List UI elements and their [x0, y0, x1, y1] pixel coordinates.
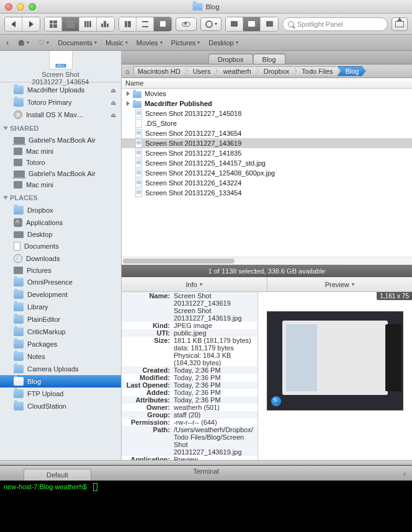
eject-icon[interactable]: ⏏	[110, 99, 116, 106]
sidebar-item[interactable]: Dropbox	[0, 204, 121, 216]
icon-view-button[interactable]	[45, 17, 62, 31]
window-title: Blog	[205, 3, 219, 11]
sidebar-item[interactable]: Applications	[0, 216, 121, 229]
file-row[interactable]: Screen Shot 20131224_125408_600px.jpg	[122, 168, 412, 178]
sidebar-item[interactable]: Macdrifter Uploads⏏	[0, 84, 121, 96]
info-row: Last Opened:Today, 2:36 PM	[122, 381, 258, 389]
panel-1-button[interactable]	[226, 17, 243, 31]
sidebar-item[interactable]: Gabriel's MacBook Air	[0, 135, 121, 146]
fav-movies[interactable]: Movies▾	[137, 39, 163, 47]
folder-icon	[14, 86, 24, 94]
sidebar-item[interactable]: Pictures	[0, 265, 121, 276]
file-row[interactable]: Screen Shot 20131226_143224	[122, 178, 412, 188]
forward-button[interactable]	[22, 17, 40, 31]
share-button[interactable]	[392, 17, 408, 31]
sidebar-item[interactable]: FTP Upload	[0, 388, 121, 400]
tab[interactable]: Dropbox	[208, 54, 253, 64]
info-pane-header[interactable]: Info▾	[122, 277, 267, 291]
sidebar-item[interactable]: OmniPresence	[0, 276, 121, 288]
tab[interactable]: Blog	[253, 54, 285, 64]
breadcrumb[interactable]: Todo Files	[293, 66, 339, 76]
resize-handle[interactable]	[0, 460, 412, 465]
sidebar-item[interactable]: CriticMarkup	[0, 326, 121, 338]
coverflow-view-button[interactable]	[97, 17, 114, 31]
sidebar-item[interactable]: Blog	[0, 375, 121, 388]
breadcrumb[interactable]: Blog	[337, 66, 365, 76]
action-button[interactable]: ▾	[200, 17, 222, 31]
info-row: UTI:public.jpeg	[122, 329, 258, 337]
search-field[interactable]: Spotlight Panel	[282, 17, 388, 31]
sidebar-item[interactable]: Mac mini	[0, 179, 121, 190]
fav-music[interactable]: Music▾	[105, 39, 128, 47]
file-name: Screen Shot 20131224_125408_600px.jpg	[145, 169, 275, 177]
sidebar-item[interactable]: Mac mini	[0, 146, 121, 157]
fav-back[interactable]: ‹	[6, 38, 9, 47]
folder-icon	[14, 389, 24, 398]
disclosure-icon[interactable]	[127, 101, 130, 106]
places-header[interactable]: PLACES	[0, 192, 121, 203]
file-row[interactable]: Screen Shot 20131225_144157_std.jpg	[122, 158, 412, 168]
column-view-button[interactable]	[79, 17, 97, 31]
breadcrumb[interactable]: Users	[185, 66, 218, 76]
fav-home[interactable]: ▾	[17, 40, 29, 46]
sidebar-item[interactable]: CloudStation	[0, 400, 121, 412]
file-row[interactable]: Screen Shot 20131226_133454	[122, 188, 412, 198]
quicklook-icon[interactable]: 🔍	[271, 396, 281, 406]
sidebar-item[interactable]: Downloads	[0, 252, 121, 265]
preview-thumbnail[interactable]: 🔍	[267, 311, 403, 410]
sidebar-item[interactable]: Totoro Primary⏏	[0, 96, 121, 109]
arrange-3-button[interactable]	[154, 17, 171, 31]
preview-pane-header[interactable]: Preview▾	[267, 277, 413, 291]
content-area: DropboxBlog ⌂ Macintosh HDUsersweatherhD…	[122, 51, 412, 460]
fav-desktop[interactable]: Desktop▾	[208, 39, 238, 47]
shared-header[interactable]: SHARED	[0, 122, 121, 133]
minimize-window-button[interactable]	[17, 3, 24, 11]
terminal-body[interactable]: new-host-7:Blog weatherh$	[0, 481, 412, 532]
sidebar-item[interactable]: Library	[0, 301, 121, 313]
column-header[interactable]: Name	[122, 78, 412, 89]
shelf-item[interactable]: Screen Shot 20131227_143654	[14, 51, 107, 86]
sidebar-item[interactable]: Totoro	[0, 157, 121, 168]
quicklook-button[interactable]	[176, 17, 197, 31]
sidebar-item-label: CloudStation	[27, 402, 66, 410]
breadcrumb[interactable]: Macintosh HD	[133, 66, 187, 76]
eject-icon[interactable]: ⏏	[110, 87, 116, 94]
add-tab-button[interactable]: +	[402, 469, 407, 479]
file-row[interactable]: Screen Shot 20131227_143654	[122, 128, 412, 138]
sidebar-item[interactable]: Gabriel's MacBook Air	[0, 168, 121, 179]
file-row[interactable]: Movies	[122, 89, 412, 99]
list-view-button[interactable]	[62, 17, 79, 31]
file-row[interactable]: Screen Shot 20131227_145018	[122, 109, 412, 118]
back-button[interactable]	[5, 17, 22, 31]
panel-3-button[interactable]	[261, 17, 278, 31]
sidebar-item[interactable]: Notes	[0, 350, 121, 363]
breadcrumb[interactable]: Dropbox	[256, 66, 297, 76]
fav-heart[interactable]: ♡▾	[38, 38, 49, 47]
sidebar-item[interactable]: Documents	[0, 240, 121, 252]
sidebar-item[interactable]: Camera Uploads	[0, 363, 121, 375]
horizontal-scrollbar[interactable]	[122, 257, 412, 265]
sidebar-item[interactable]: Packages	[0, 338, 121, 350]
arrange-1-button[interactable]	[119, 17, 137, 31]
disclosure-icon[interactable]	[127, 91, 130, 96]
sidebar-item[interactable]: PlainEditor	[0, 313, 121, 326]
file-row[interactable]: Screen Shot 20131227_141835	[122, 148, 412, 158]
sidebar-item-label: Packages	[27, 340, 57, 348]
terminal-tab[interactable]: Default	[24, 469, 91, 481]
close-window-button[interactable]	[5, 3, 12, 11]
sidebar-item[interactable]: Install OS X Mav…⏏	[0, 109, 121, 121]
panel-2-button[interactable]	[243, 17, 261, 31]
file-row[interactable]: Screen Shot 20131227_143619	[122, 138, 412, 148]
info-key: Size:	[124, 337, 174, 344]
fav-pictures[interactable]: Pictures▾	[171, 39, 200, 47]
sidebar-item[interactable]: Development	[0, 288, 121, 301]
sidebar-item[interactable]: Desktop	[0, 229, 121, 240]
arrange-2-button[interactable]	[137, 17, 154, 31]
breadcrumb[interactable]: weatherh	[215, 66, 258, 76]
info-row: Kind:JPEG image	[122, 322, 258, 329]
fav-documents[interactable]: Documents▾	[58, 39, 97, 47]
file-row[interactable]: .DS_Store	[122, 118, 412, 128]
eject-icon[interactable]: ⏏	[110, 112, 116, 118]
file-row[interactable]: Macdrifter Published	[122, 99, 412, 109]
zoom-window-button[interactable]	[29, 3, 36, 11]
